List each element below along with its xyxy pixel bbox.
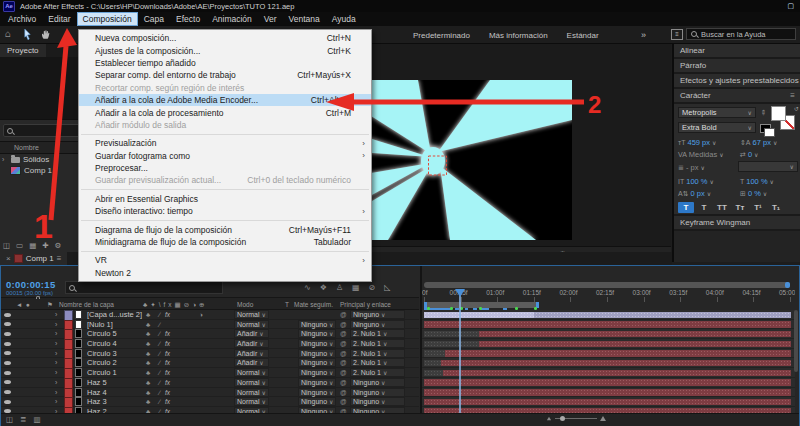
parent-pickwhip-icon[interactable]: @ [340,320,347,329]
mode-select[interactable]: Normal∨ [234,378,269,387]
menu-editar[interactable]: Editar [42,12,76,26]
track-matte-column[interactable]: Mate seguim. [294,301,333,308]
visibility-eye-icon[interactable] [4,310,11,319]
eyedropper-icon[interactable]: ✐ [758,107,768,117]
parent-select[interactable]: Ninguno∨ [350,378,405,387]
parent-select[interactable]: Ninguno∨ [350,388,405,397]
fx-icon[interactable]: fx [165,368,170,377]
collapse-icon[interactable]: ∕ [159,378,160,387]
mini-stroke-swatch[interactable] [764,128,775,137]
layer-duration-bar[interactable] [443,370,791,377]
expand-arrow-icon[interactable]: › [55,358,61,367]
project-footer-icon[interactable]: ▦ [29,241,36,250]
workspace-est-ndar[interactable]: Estándar [567,31,599,40]
layer-label-box[interactable] [75,388,82,397]
timeline-toolbar-icon[interactable]: ♙ [336,283,343,292]
audio-column-icon[interactable]: ◄ [16,301,22,308]
shy-icon[interactable]: ♣ [146,397,150,406]
shy-icon[interactable]: ♣ [146,368,150,377]
parent-select[interactable]: 2. Nulo 1∨ [350,339,405,348]
stroke-width-control[interactable]: ≣ - px∨ [678,163,705,172]
layer-row-circulo-2[interactable]: ›Circulo 2♣∕fxAñadir∨Ninguno∨@2. Nulo 1∨ [1,358,419,368]
mode-select[interactable]: Normal∨ [234,397,269,406]
mode-select[interactable]: Añadir∨ [234,358,269,367]
timeline-footer-icon[interactable]: ◫ [6,415,13,424]
menu-capa[interactable]: Capa [138,12,170,26]
timeline-toolbar-icon[interactable]: ▦ [352,283,360,292]
solo-column-icon[interactable]: ● [26,301,30,308]
expander-icon[interactable]: › [2,156,8,163]
faux-style-superscript[interactable]: T¹ [750,202,766,213]
menu-item-guardar-fotograma-como[interactable]: Guardar fotograma como› [79,150,371,162]
layer-label-box[interactable] [75,329,82,338]
expand-arrow-icon[interactable]: › [55,320,61,329]
parent-pickwhip-icon[interactable]: @ [340,310,347,319]
expand-arrow-icon[interactable]: › [55,378,61,387]
collapse-icon[interactable]: ∕ [159,339,160,348]
layer-name[interactable]: [Capa d...uste 2] [87,310,142,319]
menu-item-separar-comp-del-entorno-de-trabajo[interactable]: Separar comp. del entorno de trabajoCtrl… [79,69,371,81]
expand-arrow-icon[interactable]: › [55,368,61,377]
home-icon[interactable]: ⌂ [5,28,11,39]
selection-tool-icon[interactable] [23,29,32,42]
timeline-track-area[interactable]: 0:00f00:15f01:00f01:15f02:00f02:15f03:00… [420,266,795,413]
layer-label-box[interactable] [75,339,82,348]
panel-menu-icon[interactable]: ≡ [790,89,795,102]
menu-item-nueva-composici-n[interactable]: Nueva composición...Ctrl+N [79,32,371,44]
layer-label-box[interactable] [75,310,82,319]
menu-item-diagrama-de-flujo-de-la-composici-n[interactable]: Diagrama de flujo de la composiciónCtrl+… [79,223,371,235]
project-footer-icon[interactable]: ✚ [42,241,48,250]
layer-name[interactable]: Circulo 1 [87,368,117,377]
expand-arrow-icon[interactable]: › [55,397,61,406]
swap-fill-stroke-icon[interactable]: ↺ [794,105,799,112]
font-size-control[interactable]: тT 459 px∨ [678,138,716,147]
layer-duration-bar[interactable] [441,360,791,367]
expand-arrow-icon[interactable]: › [55,388,61,397]
timeline-footer-icon[interactable]: ▥ [33,415,40,424]
layer-name[interactable]: Circulo 5 [87,329,117,338]
mode-select[interactable]: Normal∨ [234,388,269,397]
faux-style-all-caps[interactable]: TT [714,202,730,213]
track-matte-select[interactable]: Ninguno∨ [298,388,336,397]
menu-composici-n[interactable]: Composición [77,12,138,26]
layer-name-column[interactable]: Nombre de la capa [59,301,114,308]
layer-duration-bar[interactable] [424,389,791,396]
panel-efectos[interactable]: Efectos y ajustes preestablecidos [674,74,800,89]
layer-duration-bar[interactable] [445,350,791,357]
adjustment-layer-icon[interactable]: ◑ [199,310,203,319]
layer-duration-bar[interactable] [479,331,791,338]
parent-pickwhip-icon[interactable]: @ [340,349,347,358]
panel-parrafo[interactable]: Párrafo [674,59,800,74]
parent-pickwhip-icon[interactable]: @ [340,397,347,406]
menu-efecto[interactable]: Efecto [170,12,206,26]
tracking-control[interactable]: ⇄ 0∨ [740,150,758,159]
leading-control[interactable]: ⇕A 67 px∨ [740,138,777,147]
font-family-select[interactable]: Metropolis∨ [678,107,756,118]
layer-duration-bar[interactable] [424,399,791,406]
mode-select[interactable]: Normal∨ [234,310,269,319]
t-column[interactable]: T [285,301,289,308]
menu-item-previsualizaci-n[interactable]: Previsualización› [79,137,371,149]
workspace-panel-icon[interactable]: ≡ [671,29,683,40]
layer-row-nulo-1[interactable]: ›[Nulo 1]♣∕Normal∨Ninguno∨@Ninguno∨ [1,320,419,330]
tab-comp-1[interactable]: × Comp 1 ≡ [0,252,67,265]
menu-item-abrir-en-essential-graphics[interactable]: Abrir en Essential Graphics [79,193,371,205]
layer-name[interactable]: Circulo 4 [87,339,117,348]
timeline-scrollbar[interactable] [794,310,798,372]
menu-item-guardar-previsualizaci-n-actual[interactable]: Guardar previsualización actual...Ctrl+0… [79,174,371,186]
track-matte-select[interactable]: Ninguno∨ [298,378,336,387]
close-icon[interactable]: × [6,254,11,263]
fx-icon[interactable]: fx [165,397,170,406]
track-matte-select[interactable]: Ninguno∨ [298,329,336,338]
parent-pickwhip-icon[interactable]: @ [340,358,347,367]
fx-icon[interactable]: fx [165,358,170,367]
parent-select[interactable]: Ninguno∨ [350,320,405,329]
menu-item-a-adir-a-la-cola-de-adobe-media-encoder[interactable]: Añadir a la cola de Adobe Media Encoder.… [79,94,371,106]
menu-archivo[interactable]: Archivo [2,12,42,26]
layer-row-haz-4[interactable]: ›Haz 4♣∕fxNormal∨Ninguno∨@Ninguno∨ [1,388,419,398]
timeline-footer-icon[interactable]: ≣ [20,415,26,424]
fx-icon[interactable]: fx [165,329,170,338]
panel-keyframe-wingman[interactable]: Keyframe Wingman [674,214,800,231]
visibility-eye-icon[interactable] [4,378,11,387]
collapse-icon[interactable]: ∕ [159,320,160,329]
